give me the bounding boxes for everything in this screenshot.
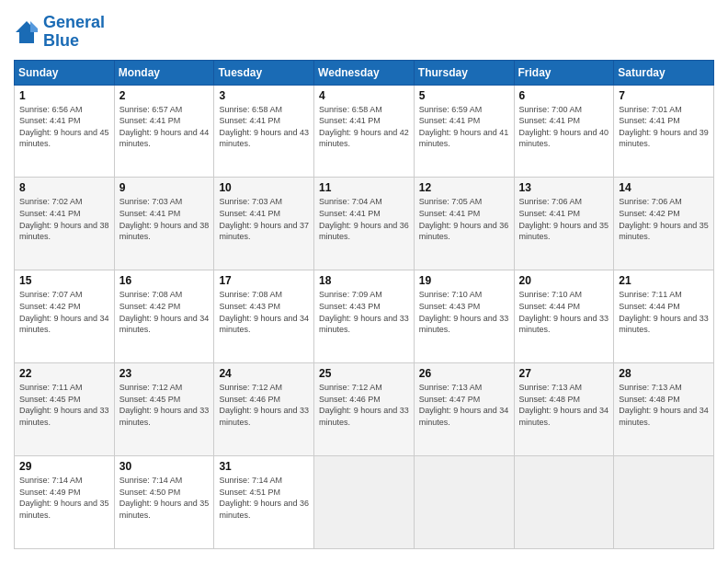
day-info: Sunrise: 7:13 AMSunset: 4:48 PMDaylight:… <box>519 383 609 427</box>
calendar-cell: 17Sunrise: 7:08 AMSunset: 4:43 PMDayligh… <box>214 270 314 363</box>
day-number: 18 <box>319 274 409 287</box>
day-info: Sunrise: 7:13 AMSunset: 4:47 PMDaylight:… <box>419 383 509 427</box>
calendar-header-row: SundayMondayTuesdayWednesdayThursdayFrid… <box>15 60 714 85</box>
calendar-body: 1Sunrise: 6:56 AMSunset: 4:41 PMDaylight… <box>15 85 714 548</box>
calendar-cell: 21Sunrise: 7:11 AMSunset: 4:44 PMDayligh… <box>614 270 714 363</box>
page: General Blue SundayMondayTuesdayWednesda… <box>0 0 728 563</box>
day-number: 7 <box>619 89 709 102</box>
day-info: Sunrise: 7:11 AMSunset: 4:44 PMDaylight:… <box>619 290 709 334</box>
calendar-cell: 26Sunrise: 7:13 AMSunset: 4:47 PMDayligh… <box>414 363 514 456</box>
day-info: Sunrise: 7:14 AMSunset: 4:50 PMDaylight:… <box>119 476 210 520</box>
day-number: 25 <box>319 367 409 380</box>
calendar-week-1: 1Sunrise: 6:56 AMSunset: 4:41 PMDaylight… <box>15 85 714 178</box>
day-info: Sunrise: 7:14 AMSunset: 4:51 PMDaylight:… <box>219 476 309 520</box>
calendar-cell <box>314 456 415 549</box>
column-header-sunday: Sunday <box>15 60 115 85</box>
calendar-cell: 28Sunrise: 7:13 AMSunset: 4:48 PMDayligh… <box>614 363 714 456</box>
day-number: 4 <box>319 89 409 102</box>
calendar-cell <box>514 456 614 549</box>
calendar-cell: 31Sunrise: 7:14 AMSunset: 4:51 PMDayligh… <box>214 456 314 549</box>
day-info: Sunrise: 6:59 AMSunset: 4:41 PMDaylight:… <box>419 105 509 149</box>
calendar-cell: 12Sunrise: 7:05 AMSunset: 4:41 PMDayligh… <box>414 178 514 270</box>
column-header-saturday: Saturday <box>614 60 714 85</box>
column-header-friday: Friday <box>514 60 614 85</box>
calendar-cell: 23Sunrise: 7:12 AMSunset: 4:45 PMDayligh… <box>114 363 214 456</box>
logo-text: General Blue <box>43 14 105 51</box>
svg-marker-1 <box>30 21 38 32</box>
day-number: 28 <box>619 367 709 380</box>
calendar-cell: 8Sunrise: 7:02 AMSunset: 4:41 PMDaylight… <box>15 178 115 270</box>
day-number: 8 <box>19 181 109 194</box>
column-header-thursday: Thursday <box>414 60 514 85</box>
day-number: 29 <box>19 460 109 473</box>
calendar-cell: 7Sunrise: 7:01 AMSunset: 4:41 PMDaylight… <box>614 85 714 178</box>
day-number: 21 <box>619 274 709 287</box>
day-info: Sunrise: 7:03 AMSunset: 4:41 PMDaylight:… <box>219 197 309 241</box>
day-number: 5 <box>419 89 509 102</box>
calendar-cell: 20Sunrise: 7:10 AMSunset: 4:44 PMDayligh… <box>514 270 614 363</box>
day-number: 19 <box>419 274 509 287</box>
calendar-week-2: 8Sunrise: 7:02 AMSunset: 4:41 PMDaylight… <box>15 178 714 270</box>
day-number: 31 <box>219 460 309 473</box>
day-info: Sunrise: 7:12 AMSunset: 4:46 PMDaylight:… <box>319 383 409 427</box>
day-info: Sunrise: 6:56 AMSunset: 4:41 PMDaylight:… <box>19 105 109 149</box>
day-number: 22 <box>19 367 109 380</box>
column-header-wednesday: Wednesday <box>314 60 415 85</box>
day-info: Sunrise: 6:57 AMSunset: 4:41 PMDaylight:… <box>119 105 210 149</box>
day-info: Sunrise: 6:58 AMSunset: 4:41 PMDaylight:… <box>319 105 409 149</box>
day-info: Sunrise: 7:08 AMSunset: 4:42 PMDaylight:… <box>119 290 210 334</box>
calendar-cell: 15Sunrise: 7:07 AMSunset: 4:42 PMDayligh… <box>15 270 115 363</box>
day-info: Sunrise: 7:06 AMSunset: 4:41 PMDaylight:… <box>519 197 609 241</box>
calendar-cell: 4Sunrise: 6:58 AMSunset: 4:41 PMDaylight… <box>314 85 415 178</box>
day-number: 9 <box>119 181 210 194</box>
day-number: 16 <box>119 274 210 287</box>
day-info: Sunrise: 7:14 AMSunset: 4:49 PMDaylight:… <box>19 476 109 520</box>
day-number: 15 <box>19 274 109 287</box>
calendar-cell: 19Sunrise: 7:10 AMSunset: 4:43 PMDayligh… <box>414 270 514 363</box>
day-number: 20 <box>519 274 609 287</box>
calendar-cell: 25Sunrise: 7:12 AMSunset: 4:46 PMDayligh… <box>314 363 415 456</box>
day-info: Sunrise: 7:09 AMSunset: 4:43 PMDaylight:… <box>319 290 409 334</box>
calendar-cell: 13Sunrise: 7:06 AMSunset: 4:41 PMDayligh… <box>514 178 614 270</box>
day-info: Sunrise: 7:01 AMSunset: 4:41 PMDaylight:… <box>619 105 709 149</box>
day-info: Sunrise: 7:12 AMSunset: 4:45 PMDaylight:… <box>119 383 210 427</box>
calendar-cell: 1Sunrise: 6:56 AMSunset: 4:41 PMDaylight… <box>15 85 115 178</box>
day-number: 12 <box>419 181 509 194</box>
calendar-cell: 9Sunrise: 7:03 AMSunset: 4:41 PMDaylight… <box>114 178 214 270</box>
calendar-cell: 30Sunrise: 7:14 AMSunset: 4:50 PMDayligh… <box>114 456 214 549</box>
day-number: 3 <box>219 89 309 102</box>
calendar-week-4: 22Sunrise: 7:11 AMSunset: 4:45 PMDayligh… <box>15 363 714 456</box>
day-info: Sunrise: 7:07 AMSunset: 4:42 PMDaylight:… <box>19 290 109 334</box>
day-number: 23 <box>119 367 210 380</box>
header: General Blue <box>14 14 714 51</box>
calendar-cell: 27Sunrise: 7:13 AMSunset: 4:48 PMDayligh… <box>514 363 614 456</box>
calendar-cell: 6Sunrise: 7:00 AMSunset: 4:41 PMDaylight… <box>514 85 614 178</box>
calendar-cell <box>414 456 514 549</box>
calendar-cell: 16Sunrise: 7:08 AMSunset: 4:42 PMDayligh… <box>114 270 214 363</box>
day-info: Sunrise: 7:10 AMSunset: 4:44 PMDaylight:… <box>519 290 609 334</box>
day-info: Sunrise: 7:13 AMSunset: 4:48 PMDaylight:… <box>619 383 709 427</box>
day-number: 17 <box>219 274 309 287</box>
calendar-cell: 2Sunrise: 6:57 AMSunset: 4:41 PMDaylight… <box>114 85 214 178</box>
calendar-week-5: 29Sunrise: 7:14 AMSunset: 4:49 PMDayligh… <box>15 456 714 549</box>
day-number: 14 <box>619 181 709 194</box>
calendar-cell: 22Sunrise: 7:11 AMSunset: 4:45 PMDayligh… <box>15 363 115 456</box>
calendar-cell: 11Sunrise: 7:04 AMSunset: 4:41 PMDayligh… <box>314 178 415 270</box>
day-number: 10 <box>219 181 309 194</box>
day-info: Sunrise: 6:58 AMSunset: 4:41 PMDaylight:… <box>219 105 309 149</box>
logo: General Blue <box>14 14 105 51</box>
column-header-tuesday: Tuesday <box>214 60 314 85</box>
day-info: Sunrise: 7:12 AMSunset: 4:46 PMDaylight:… <box>219 383 309 427</box>
calendar-week-3: 15Sunrise: 7:07 AMSunset: 4:42 PMDayligh… <box>15 270 714 363</box>
day-info: Sunrise: 7:10 AMSunset: 4:43 PMDaylight:… <box>419 290 509 334</box>
day-info: Sunrise: 7:05 AMSunset: 4:41 PMDaylight:… <box>419 197 509 241</box>
day-number: 27 <box>519 367 609 380</box>
calendar-cell: 3Sunrise: 6:58 AMSunset: 4:41 PMDaylight… <box>214 85 314 178</box>
day-info: Sunrise: 7:08 AMSunset: 4:43 PMDaylight:… <box>219 290 309 334</box>
day-number: 1 <box>19 89 109 102</box>
day-number: 6 <box>519 89 609 102</box>
calendar-cell: 5Sunrise: 6:59 AMSunset: 4:41 PMDaylight… <box>414 85 514 178</box>
calendar-cell: 29Sunrise: 7:14 AMSunset: 4:49 PMDayligh… <box>15 456 115 549</box>
day-info: Sunrise: 7:11 AMSunset: 4:45 PMDaylight:… <box>19 383 109 427</box>
day-number: 26 <box>419 367 509 380</box>
